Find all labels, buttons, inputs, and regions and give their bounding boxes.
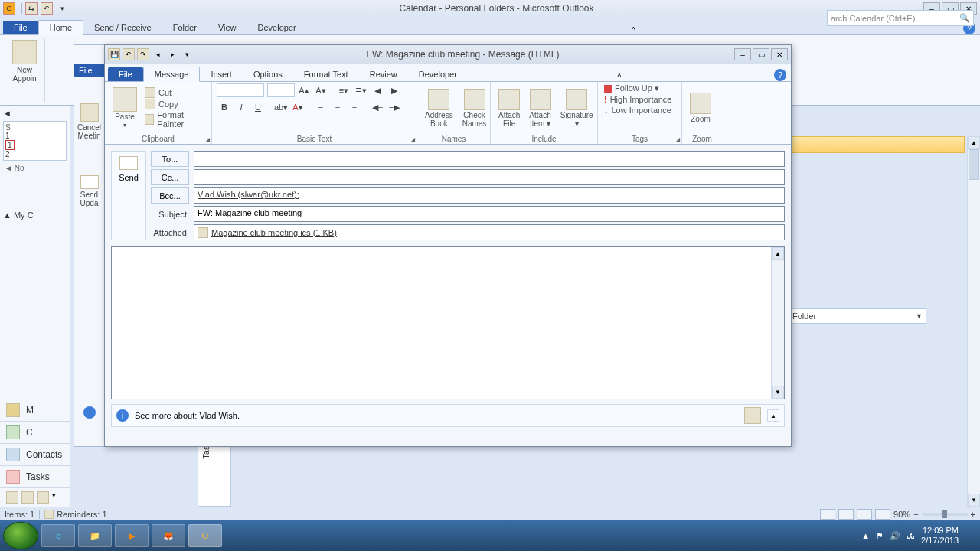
msg-options-tab[interactable]: Options — [243, 67, 293, 81]
msg-maximize-button[interactable]: ▭ — [753, 48, 769, 60]
signature-button[interactable]: Signature ▾ — [557, 87, 596, 129]
to-field[interactable] — [194, 151, 785, 167]
contact-avatar[interactable] — [744, 407, 761, 424]
cc-field[interactable] — [194, 169, 785, 185]
bcc-field[interactable]: Vlad Wish (slwar@ukr.net); — [194, 187, 785, 204]
attached-field[interactable]: Magazine club meeting.ics (1 KB) — [194, 224, 785, 240]
send-receive-tab[interactable]: Send / Receive — [83, 21, 162, 34]
paste-button[interactable]: Paste ▾ — [109, 86, 140, 130]
file-tab[interactable]: File — [3, 21, 38, 34]
qat-undo-icon[interactable]: ↶ — [41, 2, 53, 15]
msg-minimize-ribbon-icon[interactable]: ^ — [618, 73, 622, 81]
taskbar-ie-icon[interactable]: e — [41, 524, 75, 547]
zoom-in-button[interactable]: + — [971, 510, 975, 519]
follow-up-button[interactable]: Follow Up ▾ — [603, 83, 661, 93]
show-desktop-button[interactable] — [965, 524, 971, 547]
basic-text-launcher-icon[interactable]: ◢ — [410, 136, 415, 143]
people-pane-toggle-icon[interactable]: ▲ — [767, 409, 779, 422]
minimize-ribbon-icon[interactable]: ^ — [632, 26, 635, 34]
msg-message-tab[interactable]: Message — [143, 67, 201, 82]
increase-indent-button[interactable]: ≡▶ — [387, 100, 402, 114]
attach-file-button[interactable]: Attach File — [495, 87, 523, 129]
cancel-meeting-button[interactable]: Cancel Meetin — [74, 103, 104, 140]
shortcuts-icon[interactable] — [37, 491, 49, 504]
bold-button[interactable]: B — [217, 100, 232, 114]
qat-next-icon[interactable]: ▸ — [166, 48, 178, 60]
msg-file-tab[interactable]: File — [108, 67, 143, 81]
font-family-select[interactable] — [217, 83, 264, 97]
people-pane-text[interactable]: See more about: Vlad Wish. — [135, 411, 240, 420]
bcc-button[interactable]: Bcc... — [151, 187, 189, 204]
qat-send-all-icon[interactable]: ⇆ — [25, 2, 38, 15]
new-appointment-button[interactable]: New Appoin — [9, 38, 40, 84]
zoom-slider[interactable] — [922, 513, 968, 516]
home-tab[interactable]: Home — [38, 20, 83, 35]
font-size-select[interactable] — [267, 83, 295, 97]
configure-buttons-icon[interactable]: ▾ — [52, 491, 56, 504]
cc-button[interactable]: Cc... — [151, 169, 189, 185]
message-body[interactable]: ▲ ▼ — [111, 246, 785, 399]
align-left-button[interactable]: ≡ — [313, 100, 328, 114]
view-list-button[interactable] — [857, 509, 872, 520]
nav-calendar-button[interactable]: C — [0, 421, 70, 443]
underline-button[interactable]: U — [250, 100, 266, 114]
nav-contacts-button[interactable]: Contacts — [0, 443, 70, 465]
bullets-button[interactable]: ≡▾ — [336, 83, 351, 97]
to-button[interactable]: To... — [151, 151, 189, 167]
status-reminders[interactable]: Reminders: 1 — [57, 510, 106, 519]
qat-customize-icon[interactable]: ▾ — [181, 48, 193, 60]
selected-calendar-row[interactable] — [792, 136, 965, 153]
start-button[interactable] — [3, 522, 38, 549]
grow-font-button[interactable]: A▴ — [296, 83, 312, 97]
view-tab[interactable]: View — [207, 21, 247, 34]
taskbar-explorer-icon[interactable]: 📁 — [78, 524, 112, 547]
task-pane-tab[interactable]: Task — [198, 438, 231, 507]
view-normal-button[interactable] — [820, 509, 835, 520]
clipboard-launcher-icon[interactable]: ◢ — [205, 136, 210, 143]
zoom-button[interactable]: Zoom — [687, 91, 714, 125]
format-painter-button[interactable]: Format Painter — [143, 110, 207, 129]
msg-insert-tab[interactable]: Insert — [200, 67, 243, 81]
arrange-by-folder[interactable]: Folder ▼ — [789, 308, 926, 324]
qat-redo-icon[interactable]: ↷ — [137, 48, 149, 60]
developer-tab[interactable]: Developer — [247, 21, 307, 34]
tray-action-center-icon[interactable]: ⚑ — [876, 531, 884, 541]
shrink-font-button[interactable]: A▾ — [313, 83, 328, 97]
msg-developer-tab[interactable]: Developer — [408, 67, 468, 81]
tray-clock[interactable]: 12:09 PM 2/17/2013 — [921, 526, 959, 546]
scroll-thumb[interactable] — [969, 149, 979, 180]
attach-item-button[interactable]: Attach Item ▾ — [526, 87, 554, 129]
low-importance-button[interactable]: ↓Low Importance — [603, 106, 673, 115]
italic-button[interactable]: I — [234, 100, 249, 114]
folder-list-icon[interactable] — [21, 491, 34, 504]
cut-button[interactable]: Cut — [143, 87, 207, 98]
font-color-button[interactable]: A▾ — [290, 100, 305, 114]
address-book-button[interactable]: Address Book — [422, 87, 456, 129]
search-icon[interactable]: 🔍 — [959, 13, 970, 23]
notes-icon[interactable] — [6, 491, 18, 504]
tray-network-icon[interactable]: 🖧 — [906, 531, 915, 540]
tags-launcher-icon[interactable]: ◢ — [675, 136, 680, 143]
my-calendars-label[interactable]: My C — [14, 210, 34, 220]
qat-save-icon[interactable]: 💾 — [108, 48, 120, 60]
view-reading-button[interactable] — [838, 509, 854, 520]
qat-undo-icon[interactable]: ↶ — [122, 48, 135, 60]
nav-collapse-icon[interactable]: ◄ — [3, 109, 11, 118]
high-importance-button[interactable]: !High Importance — [603, 95, 673, 104]
decrease-indent-button[interactable]: ◀≡ — [370, 100, 385, 114]
msg-help-icon[interactable]: ? — [774, 69, 786, 81]
msg-minimize-button[interactable]: – — [734, 48, 751, 60]
qat-customize-icon[interactable]: ▾ — [56, 2, 68, 15]
send-update-button[interactable]: Send Upda — [74, 175, 104, 207]
align-right-button[interactable]: ≡ — [347, 100, 362, 114]
nav-mail-button[interactable]: M — [0, 399, 70, 421]
zoom-out-button[interactable]: − — [913, 510, 918, 519]
numbering-button[interactable]: ≣▾ — [353, 83, 368, 97]
body-scrollbar[interactable]: ▲ ▼ — [771, 247, 784, 399]
body-scroll-down-icon[interactable]: ▼ — [772, 386, 784, 399]
msg-close-button[interactable]: ✕ — [771, 48, 788, 60]
highlight-button[interactable]: ab▾ — [273, 100, 289, 114]
folder-tab[interactable]: Folder — [162, 21, 207, 34]
scroll-up-icon[interactable]: ▲ — [968, 136, 980, 149]
subject-field[interactable]: FW: Magazine club meeting — [194, 206, 785, 222]
